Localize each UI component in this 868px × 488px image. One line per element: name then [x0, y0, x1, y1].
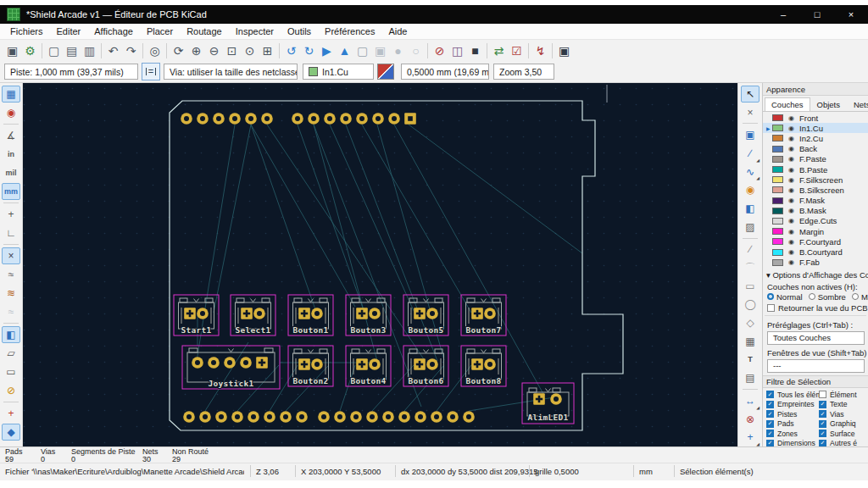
tune-length-button[interactable]: ∿◢: [741, 164, 760, 180]
page-settings-button[interactable]: ▢: [45, 42, 63, 59]
flip-board-checkbox-row[interactable]: Retourner la vue du PCB: [763, 302, 868, 313]
undo-button[interactable]: ↶: [104, 42, 122, 59]
crosshair-style-button[interactable]: +: [2, 206, 20, 223]
draw-polygon-button[interactable]: ◇: [741, 314, 760, 331]
zoom-out-button[interactable]: ⊖: [205, 42, 223, 59]
draw-arc-button[interactable]: ⌒: [741, 259, 760, 276]
save-button[interactable]: ▣: [3, 42, 21, 59]
radio-ma[interactable]: Ma: [852, 292, 868, 302]
layer-color-swatch[interactable]: [772, 228, 783, 235]
checkbox[interactable]: ✓: [766, 410, 774, 418]
pcb-canvas[interactable]: Start1Select1Bouton1Bouton3Bouton5Bouton…: [23, 83, 737, 446]
ungroup-button[interactable]: ▣: [371, 42, 389, 59]
drc-check-button[interactable]: ☑: [508, 42, 526, 59]
layer-visibility-eye-icon[interactable]: ◉: [787, 176, 796, 184]
filter-surface[interactable]: ✓Surface: [819, 429, 868, 439]
checkbox[interactable]: [819, 391, 826, 398]
local-ratsnest-button[interactable]: ×: [741, 104, 760, 121]
layers-manager-button[interactable]: ◆: [2, 424, 20, 441]
radio-icon[interactable]: [852, 293, 859, 300]
print-button[interactable]: ▤: [63, 42, 81, 59]
grid-size-select[interactable]: 0,5000 mm (19,69 mils): [401, 64, 489, 80]
lock-button[interactable]: ●: [389, 42, 407, 59]
menu-fichiers[interactable]: Fichiers: [3, 25, 50, 38]
auto-track-width-button[interactable]: =: [142, 63, 160, 80]
layer-color-swatch[interactable]: [772, 249, 783, 256]
coordinate-axes-button[interactable]: ∟: [2, 225, 20, 241]
sketch-pads-button[interactable]: ▭: [2, 363, 20, 380]
layer-color-swatch[interactable]: [772, 114, 783, 121]
filter-élément[interactable]: Élément: [819, 390, 868, 400]
grid-origin-button[interactable]: +◢: [741, 429, 760, 446]
checkbox[interactable]: ✓: [766, 401, 774, 408]
layer-row-margin[interactable]: ◉Margin: [763, 226, 868, 236]
draw-circle-button[interactable]: ◯: [741, 297, 760, 313]
layer-color-swatch[interactable]: [772, 208, 783, 214]
filter-empreintes[interactable]: ✓Empreintes: [766, 399, 819, 409]
checkbox[interactable]: ✓: [819, 430, 826, 437]
keepout-zone-button[interactable]: ▨: [741, 219, 760, 236]
rotate-cw-button[interactable]: ↻: [300, 42, 318, 59]
zoom-select[interactable]: Zoom 3,50: [493, 64, 554, 80]
place-image-button[interactable]: ▦: [741, 333, 760, 350]
filter-tous-les-éléments[interactable]: ✓Tous les éléments: [766, 390, 819, 400]
draw-line-button[interactable]: ∕: [741, 241, 760, 258]
radio-sombre[interactable]: Sombre: [809, 292, 852, 302]
layer-row-in1.cu[interactable]: ▶◉In1.Cu: [763, 123, 868, 133]
checkbox[interactable]: ✓: [766, 391, 774, 398]
layer-row-b.silkscreen[interactable]: ◉B.Silkscreen: [763, 185, 868, 195]
layer-display-options-header[interactable]: ▾ Options d'Affichage des Cou: [763, 268, 868, 280]
radio-icon[interactable]: [767, 293, 774, 300]
3d-viewer-button[interactable]: ■: [466, 42, 484, 59]
dim-inactive-layers-button[interactable]: ≈: [2, 303, 20, 320]
flip-horizontal-button[interactable]: ▶: [318, 42, 336, 59]
place-via-button[interactable]: ◉: [741, 181, 760, 198]
layer-visibility-eye-icon[interactable]: ◉: [787, 207, 796, 214]
show-ratsnest-button[interactable]: ×: [2, 247, 20, 264]
layer-row-front[interactable]: ◉Front: [763, 113, 868, 123]
rotate-ccw-button[interactable]: ↺: [282, 42, 300, 59]
radio-normal[interactable]: Normal: [767, 292, 809, 302]
draw-rectangle-button[interactable]: ▭: [741, 278, 760, 295]
zoom-objects-button[interactable]: ⊙: [241, 42, 259, 59]
refresh-button[interactable]: ⟳: [170, 42, 187, 59]
text-box-button[interactable]: ▤: [741, 369, 760, 386]
dimension-button[interactable]: ↔◢: [741, 392, 760, 409]
layer-color-swatch[interactable]: [772, 197, 783, 204]
layer-color-swatch[interactable]: [772, 156, 783, 163]
update-pcb-from-schematic-button[interactable]: ⇄: [490, 42, 508, 59]
layer-row-f.paste[interactable]: ◉F.Paste: [763, 154, 868, 164]
menu-affichage[interactable]: Affichage: [87, 25, 140, 38]
via-size-select[interactable]: Via: utiliser la taille des netclasses: [164, 64, 298, 80]
place-footprint-button[interactable]: ▣: [741, 126, 760, 143]
layer-visibility-eye-icon[interactable]: ◉: [787, 186, 796, 194]
active-layer-select[interactable]: In1.Cu: [303, 64, 374, 80]
tab-objets[interactable]: Objets: [810, 97, 847, 111]
menu-aide[interactable]: Aide: [381, 25, 414, 38]
track-display-button[interactable]: +: [2, 405, 20, 422]
filter-pads[interactable]: ✓Pads: [766, 419, 819, 429]
filter-zones[interactable]: ✓Zones: [766, 429, 819, 439]
layer-row-back[interactable]: ◉Back: [763, 144, 868, 154]
layer-visibility-eye-icon[interactable]: ◉: [787, 217, 796, 225]
units-mils-button[interactable]: mil: [2, 164, 20, 181]
checkbox[interactable]: ✓: [819, 401, 826, 408]
layer-row-edge.cuts[interactable]: ◉Edge.Cuts: [763, 216, 868, 226]
filter-graphiq[interactable]: ✓Graphiq: [819, 419, 868, 429]
filter-autres-é[interactable]: ✓Autres é: [819, 438, 868, 446]
update-footprints-button[interactable]: ⊘: [431, 42, 448, 59]
select-tool-button[interactable]: ↖: [741, 86, 760, 103]
layer-row-b.mask[interactable]: ◉B.Mask: [763, 206, 868, 216]
layer-visibility-eye-icon[interactable]: ◉: [787, 114, 796, 122]
polar-coordinates-button[interactable]: ∡: [2, 127, 20, 144]
layer-visibility-eye-icon[interactable]: ◉: [787, 145, 796, 152]
filter-vias[interactable]: ✓Vias: [819, 409, 868, 419]
menu-inspecter[interactable]: Inspecter: [229, 25, 281, 38]
plot-button[interactable]: ▥: [81, 42, 98, 59]
close-button[interactable]: ×: [834, 5, 868, 24]
redo-button[interactable]: ↷: [122, 42, 140, 59]
layer-visibility-eye-icon[interactable]: ◉: [787, 228, 796, 236]
layer-color-swatch[interactable]: [772, 218, 783, 225]
layer-pair-indicator[interactable]: [377, 64, 394, 80]
group-button[interactable]: ▢: [353, 42, 371, 59]
